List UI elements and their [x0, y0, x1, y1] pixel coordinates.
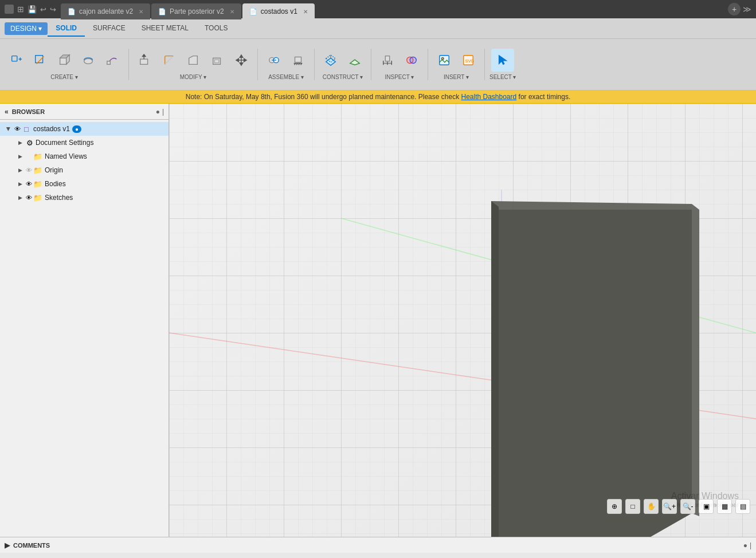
fillet-button[interactable]: [158, 49, 181, 72]
svg-marker-14: [189, 56, 198, 65]
zoom-out-button[interactable]: 🔍-: [680, 499, 695, 514]
assemble-icons: [263, 49, 310, 74]
orbit-tool-button[interactable]: ⊕: [607, 499, 622, 514]
tree-item-origin[interactable]: ▶ 👁 📁 Origin: [0, 163, 169, 177]
environment-button[interactable]: ▤: [735, 499, 750, 514]
tree-arrow-doc[interactable]: ▶: [16, 139, 24, 147]
svg-marker-18: [240, 63, 243, 66]
browser-panel-resize[interactable]: |: [162, 108, 164, 116]
save-icon[interactable]: 💾: [28, 5, 37, 14]
ground-button[interactable]: [287, 49, 310, 72]
tree-item-root[interactable]: ▶ 👁 □ costados v1 ●: [0, 122, 169, 136]
svg-rect-40: [385, 56, 389, 61]
tab-parte-posterior[interactable]: 📄 Parte posterior v2 ✕: [151, 3, 241, 19]
browser-tree: ▶ 👁 □ costados v1 ● ▶ ⚙ Document Setting…: [0, 120, 169, 537]
redo-button[interactable]: ↪: [50, 5, 56, 14]
tab-close-button[interactable]: ✕: [139, 9, 143, 15]
comments-title-group: ▶ COMMENTS: [5, 541, 50, 549]
insert-svg-button[interactable]: SVG: [457, 49, 480, 72]
tab-close-button[interactable]: ✕: [230, 9, 234, 15]
tree-arrow-views[interactable]: ▶: [16, 152, 24, 160]
fit-view-button[interactable]: □: [625, 499, 640, 514]
revolve-button[interactable]: [77, 49, 100, 72]
tab-label: Parte posterior v2: [170, 7, 224, 15]
select-button[interactable]: [491, 49, 514, 72]
interference-button[interactable]: [400, 49, 423, 72]
tab-icon: 📄: [68, 8, 76, 15]
tab-costados[interactable]: 📄 costados v1 ✕: [242, 3, 315, 19]
comments-settings-button[interactable]: ●: [743, 541, 747, 549]
viewport[interactable]: Activar Windows Ve a Configuración par ⊕…: [169, 104, 756, 537]
tab-sheet-metal[interactable]: SHEET METAL: [134, 21, 197, 37]
viewport-statusbar: ⊕ □ ✋ 🔍+ 🔍- ▣ ▦ ▤: [607, 499, 750, 514]
svg-rect-43: [440, 56, 449, 65]
comments-actions: ● |: [743, 541, 751, 549]
comments-panel-resize[interactable]: |: [750, 541, 751, 549]
create-sketch-button[interactable]: [29, 49, 52, 72]
design-button[interactable]: DESIGN ▾: [5, 22, 48, 35]
tree-visibility-origin[interactable]: 👁: [24, 166, 33, 175]
health-dashboard-link[interactable]: Health Dashboard: [461, 93, 516, 101]
svg-marker-19: [236, 58, 239, 62]
tab-tools[interactable]: TOOLS: [197, 21, 236, 37]
shell-button[interactable]: [206, 49, 229, 72]
tab-cajon-adelante[interactable]: 📄 cajon adelante v2 ✕: [61, 3, 150, 19]
tree-label-named-views: Named Views: [45, 152, 87, 160]
new-tab-button[interactable]: +: [728, 3, 741, 15]
pan-tool-button[interactable]: ✋: [644, 499, 659, 514]
insert-image-button[interactable]: [433, 49, 456, 72]
more-tabs-button[interactable]: ≫: [743, 5, 751, 14]
insert-icons: SVG: [433, 49, 480, 74]
select-icons: [491, 49, 514, 74]
measure-button[interactable]: [376, 49, 399, 72]
tree-visibility-root[interactable]: 👁: [13, 124, 22, 133]
tree-label-document-settings: Document Settings: [36, 139, 93, 147]
inspect-label: INSPECT ▾: [385, 74, 414, 80]
notification-text-end: for exact timings.: [516, 93, 570, 101]
sweep-button[interactable]: [101, 49, 124, 72]
create-label: CREATE ▾: [50, 74, 78, 80]
tree-arrow-root[interactable]: ▶: [5, 125, 13, 133]
zoom-in-button[interactable]: 🔍+: [662, 499, 677, 514]
offset-plane-button[interactable]: [319, 49, 342, 72]
tree-item-document-settings[interactable]: ▶ ⚙ Document Settings: [0, 136, 169, 150]
svg-line-13: [165, 56, 174, 65]
press-pull-button[interactable]: [134, 49, 156, 72]
grid-toggle-button[interactable]: ▦: [717, 499, 732, 514]
grid-icon[interactable]: ⊞: [17, 5, 24, 14]
comments-title: COMMENTS: [13, 542, 50, 549]
chamfer-button[interactable]: [182, 49, 205, 72]
tree-item-named-views[interactable]: ▶ 👁 📁 Named Views: [0, 150, 169, 163]
midplane-button[interactable]: [343, 49, 366, 72]
svg-marker-54: [692, 204, 699, 516]
visual-style-button[interactable]: ▣: [699, 499, 714, 514]
tree-item-sketches[interactable]: ▶ 👁 📁 Sketches: [0, 191, 169, 205]
undo-button[interactable]: ↩: [40, 5, 46, 14]
tab-label: costados v1: [261, 7, 297, 15]
svg-rect-10: [140, 59, 148, 64]
svg-marker-20: [244, 58, 247, 62]
tree-arrow-sketches[interactable]: ▶: [16, 194, 24, 202]
joint-button[interactable]: [263, 49, 285, 72]
tree-arrow-origin[interactable]: ▶: [16, 166, 24, 174]
tree-visibility-bodies[interactable]: 👁: [24, 179, 33, 188]
new-component-button[interactable]: [5, 49, 28, 72]
tree-item-bodies[interactable]: ▶ 👁 📁 Bodies: [0, 177, 169, 191]
tab-icon: 📄: [249, 8, 257, 15]
svg-rect-9: [107, 61, 111, 65]
expand-comments-button[interactable]: ▶: [5, 541, 10, 549]
tab-solid[interactable]: SOLID: [48, 21, 85, 37]
tree-visibility-sketches[interactable]: 👁: [24, 193, 33, 202]
toolbar-group-modify: MODIFY ▾: [134, 49, 258, 80]
collapse-browser-button[interactable]: «: [5, 108, 9, 116]
move-button[interactable]: [230, 49, 253, 72]
tree-arrow-bodies[interactable]: ▶: [16, 180, 24, 188]
svg-rect-26: [295, 57, 301, 62]
viewport-canvas: Activar Windows Ve a Configuración par ⊕…: [169, 104, 756, 537]
extrude-button[interactable]: [53, 49, 76, 72]
tree-folder-root: □: [22, 124, 31, 133]
tree-folder-origin: 📁: [33, 166, 42, 175]
tab-close-button[interactable]: ✕: [303, 9, 308, 15]
tab-surface[interactable]: SURFACE: [85, 21, 134, 37]
browser-settings-button[interactable]: ●: [156, 108, 160, 116]
